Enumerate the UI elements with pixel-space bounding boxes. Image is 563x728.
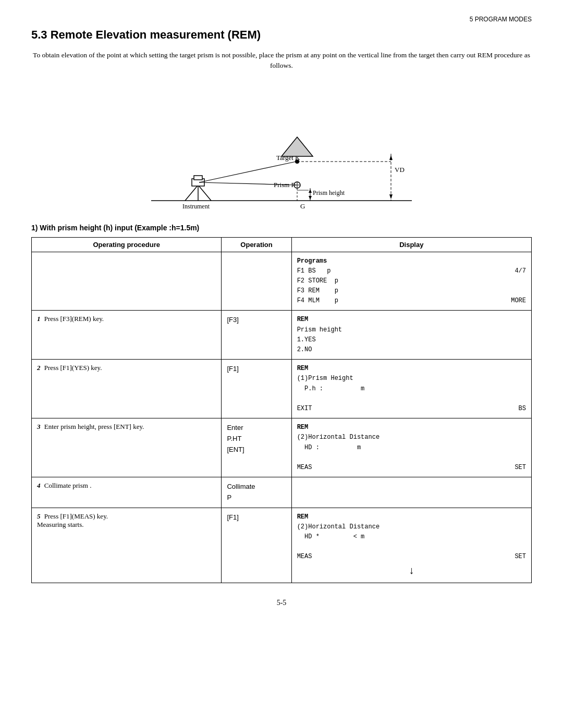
operation-cell: EnterP.HT[ENT] (222, 418, 291, 477)
svg-text:Instrument: Instrument (182, 203, 210, 210)
svg-text:VD: VD (395, 166, 405, 174)
continue-arrow: ↓ (297, 562, 526, 578)
step-number: 1 (37, 315, 41, 323)
procedure-cell: 3 Enter prism height, press [ENT] key. (32, 418, 222, 477)
svg-marker-22 (389, 194, 393, 199)
step-number: 4 (37, 482, 41, 489)
svg-text:G: G (300, 202, 305, 210)
page-title: 5.3 Remote Elevation measurement (REM) (31, 28, 532, 42)
display-cell: REM (2)Horizontal Distance HD * < m MEAS… (291, 508, 531, 583)
table-row: 2 Press [F1](YES) key. [F1] REM (1)Prism… (32, 360, 532, 418)
subtitle: 1) With prism height (h) input (Example … (31, 224, 532, 232)
procedure-cell: 4 Collimate prism . (32, 477, 222, 508)
operation-cell: CollimateP (222, 477, 291, 508)
prism-p: Prism height Prism P (274, 181, 345, 201)
table-row: 3 Enter prism height, press [ENT] key. E… (32, 418, 532, 477)
procedure-table: Operating procedure Operation Display Pr… (31, 237, 532, 583)
diagram: Instrument Prism height Prism P Target K (31, 81, 532, 216)
svg-line-24 (199, 162, 296, 182)
page-number: 5-5 (31, 599, 532, 607)
svg-marker-12 (309, 189, 312, 193)
step-number: 5 (37, 512, 41, 520)
display-cell (291, 477, 531, 508)
svg-marker-13 (309, 196, 312, 200)
col-header-procedure: Operating procedure (32, 237, 222, 252)
svg-line-1 (185, 185, 198, 201)
col-header-display: Display (291, 237, 531, 252)
svg-rect-5 (194, 176, 202, 180)
svg-marker-21 (389, 155, 393, 160)
step-number: 3 (37, 423, 41, 430)
table-row: 5 Press [F1](MEAS) key.Measuring starts.… (32, 508, 532, 583)
table-row: 4 Collimate prism . CollimateP (32, 477, 532, 508)
operation-cell: [F1] (222, 360, 291, 418)
procedure-cell: 5 Press [F1](MEAS) key.Measuring starts. (32, 508, 222, 583)
operation-cell (222, 252, 291, 311)
col-header-operation: Operation (222, 237, 291, 252)
display-cell: REM (2)Horizontal Distance HD : m MEASSE… (291, 418, 531, 477)
display-cell: REM (1)Prism Height P.h : m EXITBS (291, 360, 531, 418)
operation-cell: [F1] (222, 508, 291, 583)
procedure-cell: 2 Press [F1](YES) key. (32, 360, 222, 418)
operation-cell: [F3] (222, 311, 291, 360)
vd-line: VD (389, 154, 405, 201)
section-header: 5 PROGRAM MODES (31, 16, 532, 23)
procedure-cell: 1 Press [F3](REM) key. (32, 311, 222, 360)
display-cell: Programs F1 BS p4/7 F2 STORE p F3 REM p … (291, 252, 531, 311)
step-number: 2 (37, 364, 41, 372)
intro-text: To obtain elevation of the point at whic… (31, 50, 532, 71)
display-cell: REM Prism height 1.YES 2.NO (291, 311, 531, 360)
table-row: Programs F1 BS p4/7 F2 STORE p F3 REM p … (32, 252, 532, 311)
procedure-cell (32, 252, 222, 311)
svg-line-3 (198, 185, 211, 201)
svg-text:Prism height: Prism height (313, 189, 345, 196)
table-row: 1 Press [F3](REM) key. [F3] REM Prism he… (32, 311, 532, 360)
svg-marker-26 (282, 137, 313, 156)
